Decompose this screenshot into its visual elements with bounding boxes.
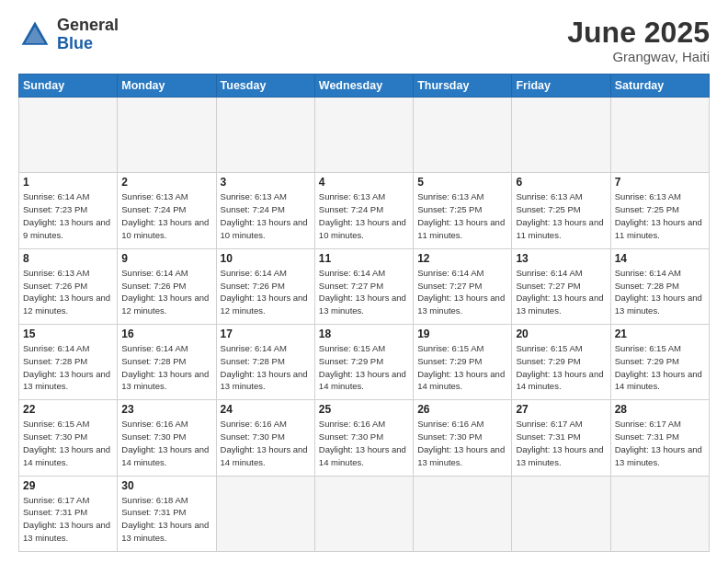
day-number: 20 <box>516 327 606 340</box>
calendar-cell: 23Sunrise: 6:16 AMSunset: 7:30 PMDayligh… <box>118 400 216 476</box>
day-info: Sunrise: 6:16 AMSunset: 7:30 PMDaylight:… <box>221 418 311 468</box>
week-row-4: 15Sunrise: 6:14 AMSunset: 7:28 PMDayligh… <box>19 325 710 400</box>
day-info: Sunrise: 6:14 AMSunset: 7:27 PMDaylight:… <box>417 267 507 317</box>
day-number: 13 <box>516 252 606 265</box>
day-number: 7 <box>615 176 705 189</box>
calendar-cell: 14Sunrise: 6:14 AMSunset: 7:28 PMDayligh… <box>610 248 709 324</box>
calendar-cell: 21Sunrise: 6:15 AMSunset: 7:29 PMDayligh… <box>610 325 709 400</box>
calendar-cell <box>19 98 118 173</box>
calendar-header-sunday: Sunday <box>19 75 118 98</box>
header: General Blue June 2025 Grangwav, Haiti <box>18 17 710 64</box>
calendar-cell: 20Sunrise: 6:15 AMSunset: 7:29 PMDayligh… <box>512 325 610 400</box>
logo: General Blue <box>18 17 119 53</box>
day-info: Sunrise: 6:17 AMSunset: 7:31 PMDaylight:… <box>23 494 113 545</box>
week-row-5: 22Sunrise: 6:15 AMSunset: 7:30 PMDayligh… <box>19 400 710 476</box>
day-info: Sunrise: 6:16 AMSunset: 7:30 PMDaylight:… <box>319 418 409 468</box>
calendar-header-friday: Friday <box>512 75 610 98</box>
day-info: Sunrise: 6:17 AMSunset: 7:31 PMDaylight:… <box>615 418 705 468</box>
calendar-cell: 25Sunrise: 6:16 AMSunset: 7:30 PMDayligh… <box>314 400 413 476</box>
location: Grangwav, Haiti <box>567 49 710 64</box>
day-number: 23 <box>121 403 211 416</box>
day-number: 25 <box>319 403 409 416</box>
logo-text: General Blue <box>57 17 119 53</box>
calendar-cell: 6Sunrise: 6:13 AMSunset: 7:25 PMDaylight… <box>512 173 610 248</box>
day-info: Sunrise: 6:13 AMSunset: 7:25 PMDaylight:… <box>615 190 705 241</box>
calendar-cell: 16Sunrise: 6:14 AMSunset: 7:28 PMDayligh… <box>118 325 216 400</box>
page: General Blue June 2025 Grangwav, Haiti S… <box>0 0 728 563</box>
day-info: Sunrise: 6:14 AMSunset: 7:28 PMDaylight:… <box>615 267 705 317</box>
day-number: 12 <box>417 252 507 265</box>
day-number: 9 <box>121 252 211 265</box>
day-number: 30 <box>121 479 211 492</box>
day-info: Sunrise: 6:15 AMSunset: 7:29 PMDaylight:… <box>417 342 507 393</box>
day-info: Sunrise: 6:15 AMSunset: 7:30 PMDaylight:… <box>23 418 113 468</box>
calendar-cell: 9Sunrise: 6:14 AMSunset: 7:26 PMDaylight… <box>118 248 216 324</box>
day-info: Sunrise: 6:15 AMSunset: 7:29 PMDaylight:… <box>319 342 409 393</box>
calendar-cell <box>118 98 216 173</box>
day-number: 8 <box>23 252 113 265</box>
day-number: 10 <box>221 252 311 265</box>
day-info: Sunrise: 6:13 AMSunset: 7:24 PMDaylight:… <box>121 190 211 241</box>
month-title: June 2025 <box>567 17 710 49</box>
day-info: Sunrise: 6:14 AMSunset: 7:28 PMDaylight:… <box>23 342 113 393</box>
day-number: 27 <box>516 403 606 416</box>
day-number: 15 <box>23 327 113 340</box>
day-info: Sunrise: 6:14 AMSunset: 7:27 PMDaylight:… <box>319 267 409 317</box>
calendar-cell <box>314 98 413 173</box>
calendar-header-saturday: Saturday <box>610 75 709 98</box>
day-number: 5 <box>417 176 507 189</box>
day-number: 19 <box>417 327 507 340</box>
calendar-cell: 24Sunrise: 6:16 AMSunset: 7:30 PMDayligh… <box>216 400 314 476</box>
day-number: 28 <box>615 403 705 416</box>
calendar-cell: 12Sunrise: 6:14 AMSunset: 7:27 PMDayligh… <box>414 248 512 324</box>
calendar-header-tuesday: Tuesday <box>216 75 314 98</box>
day-number: 2 <box>121 176 211 189</box>
day-number: 14 <box>615 252 705 265</box>
calendar-cell: 29Sunrise: 6:17 AMSunset: 7:31 PMDayligh… <box>19 476 118 551</box>
calendar-cell <box>512 476 610 551</box>
calendar-cell <box>610 98 709 173</box>
week-row-2: 1Sunrise: 6:14 AMSunset: 7:23 PMDaylight… <box>19 173 710 248</box>
day-number: 16 <box>121 327 211 340</box>
calendar-header-wednesday: Wednesday <box>314 75 413 98</box>
day-info: Sunrise: 6:13 AMSunset: 7:24 PMDaylight:… <box>221 190 311 241</box>
calendar-cell: 13Sunrise: 6:14 AMSunset: 7:27 PMDayligh… <box>512 248 610 324</box>
day-number: 29 <box>23 479 113 492</box>
calendar-cell: 27Sunrise: 6:17 AMSunset: 7:31 PMDayligh… <box>512 400 610 476</box>
day-info: Sunrise: 6:16 AMSunset: 7:30 PMDaylight:… <box>121 418 211 468</box>
day-info: Sunrise: 6:17 AMSunset: 7:31 PMDaylight:… <box>516 418 606 468</box>
calendar-cell: 26Sunrise: 6:16 AMSunset: 7:30 PMDayligh… <box>414 400 512 476</box>
calendar-cell: 5Sunrise: 6:13 AMSunset: 7:25 PMDaylight… <box>414 173 512 248</box>
calendar-cell: 3Sunrise: 6:13 AMSunset: 7:24 PMDaylight… <box>216 173 314 248</box>
day-number: 17 <box>221 327 311 340</box>
calendar-cell: 17Sunrise: 6:14 AMSunset: 7:28 PMDayligh… <box>216 325 314 400</box>
week-row-1 <box>19 98 710 173</box>
day-number: 26 <box>417 403 507 416</box>
day-number: 1 <box>23 176 113 189</box>
logo-general: General <box>57 16 119 34</box>
calendar-table: SundayMondayTuesdayWednesdayThursdayFrid… <box>18 74 710 552</box>
generalblue-icon <box>18 18 51 52</box>
day-number: 3 <box>221 176 311 189</box>
calendar-cell <box>216 476 314 551</box>
calendar-cell: 1Sunrise: 6:14 AMSunset: 7:23 PMDaylight… <box>19 173 118 248</box>
title-block: June 2025 Grangwav, Haiti <box>567 17 710 64</box>
day-number: 21 <box>615 327 705 340</box>
day-number: 24 <box>221 403 311 416</box>
calendar-cell: 22Sunrise: 6:15 AMSunset: 7:30 PMDayligh… <box>19 400 118 476</box>
day-info: Sunrise: 6:16 AMSunset: 7:30 PMDaylight:… <box>417 418 507 468</box>
day-info: Sunrise: 6:14 AMSunset: 7:28 PMDaylight:… <box>121 342 211 393</box>
day-number: 22 <box>23 403 113 416</box>
day-info: Sunrise: 6:14 AMSunset: 7:23 PMDaylight:… <box>23 190 113 241</box>
day-info: Sunrise: 6:14 AMSunset: 7:26 PMDaylight:… <box>221 267 311 317</box>
calendar-cell <box>314 476 413 551</box>
day-info: Sunrise: 6:15 AMSunset: 7:29 PMDaylight:… <box>615 342 705 393</box>
calendar-cell: 11Sunrise: 6:14 AMSunset: 7:27 PMDayligh… <box>314 248 413 324</box>
day-info: Sunrise: 6:13 AMSunset: 7:26 PMDaylight:… <box>23 267 113 317</box>
calendar-header-row: SundayMondayTuesdayWednesdayThursdayFrid… <box>19 75 710 98</box>
calendar-cell: 7Sunrise: 6:13 AMSunset: 7:25 PMDaylight… <box>610 173 709 248</box>
day-info: Sunrise: 6:18 AMSunset: 7:31 PMDaylight:… <box>121 494 211 545</box>
calendar-header-thursday: Thursday <box>414 75 512 98</box>
logo-blue: Blue <box>57 34 93 52</box>
calendar-cell <box>610 476 709 551</box>
